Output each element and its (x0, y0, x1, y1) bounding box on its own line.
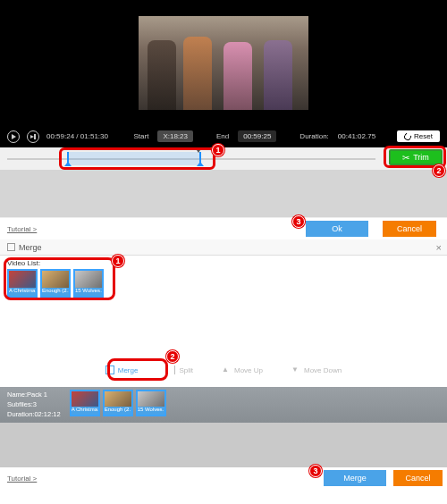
video-preview (0, 0, 447, 125)
move-up-button[interactable]: ▲ Move Up (222, 365, 263, 374)
play-button[interactable] (7, 130, 20, 143)
close-icon[interactable]: × (436, 242, 442, 253)
playback-controls: 00:59:24 / 01:51:30 Start X:18:23 End 00… (0, 125, 447, 147)
tutorial-link[interactable]: Tutorial > (7, 225, 37, 233)
duration-value: 00:41:02.75 (338, 132, 375, 140)
merge-checkbox[interactable] (7, 243, 15, 251)
trim-footer: Tutorial > Ok 3 Cancel (0, 217, 447, 239)
cancel-button[interactable]: Cancel (383, 221, 436, 237)
cancel-button[interactable]: Cancel (393, 470, 443, 486)
annotation-badge-1: 1 (112, 255, 124, 267)
split-icon (166, 365, 175, 374)
pack-info: Name:Pack 1 Subfiles:3 Duration:02:12:12 (7, 390, 61, 420)
video-frame (139, 16, 308, 110)
reset-button[interactable]: Reset (397, 130, 440, 142)
merge-panel-header: Merge × (0, 239, 447, 256)
start-label: Start (134, 132, 149, 140)
annotation-badge-1: 1 (212, 144, 224, 156)
merge-icon (105, 365, 114, 374)
ok-button[interactable]: Ok (306, 221, 368, 237)
tutorial-link[interactable]: Tutorial > (7, 475, 37, 483)
merge-action-button[interactable]: Merge (105, 365, 139, 374)
duration-label: Duration: (299, 132, 328, 140)
step-forward-button[interactable] (27, 130, 39, 143)
annotation-badge-3: 3 (309, 465, 322, 477)
video-thumb[interactable]: Enough (2… (40, 269, 71, 298)
annotation-badge-2: 2 (433, 164, 445, 177)
annotation-badge-2: 2 (166, 350, 179, 363)
pack-thumb[interactable]: A Christma… (70, 390, 100, 416)
time-display: 00:59:24 / 01:51:30 (46, 132, 108, 140)
video-thumb[interactable]: 15 Wolves… (73, 269, 104, 298)
playhead-marker[interactable] (195, 147, 202, 153)
merge-actions: Merge Split ▲ Move Up ▼ Move Down 2 (0, 360, 447, 380)
annotation-badge-3: 3 (292, 215, 305, 228)
pack-row[interactable]: Name:Pack 1 Subfiles:3 Duration:02:12:12… (0, 387, 447, 423)
pack-thumb[interactable]: Enough (2… (103, 390, 133, 416)
split-action-button[interactable]: Split (166, 365, 193, 374)
merge-footer: Tutorial > Merge 3 Cancel (0, 467, 447, 490)
arrow-down-icon: ▼ (291, 365, 300, 374)
selection-range[interactable] (67, 152, 201, 165)
video-list-label: Video List: (7, 259, 440, 267)
start-time-input[interactable]: X:18:23 (157, 130, 193, 142)
video-thumb[interactable]: A Christma… (7, 269, 38, 298)
move-down-button[interactable]: ▼ Move Down (291, 365, 342, 374)
merge-button[interactable]: Merge (324, 470, 386, 486)
trim-button[interactable]: ✂ Trim (389, 149, 443, 165)
scissors-icon: ✂ (402, 153, 409, 163)
pack-thumb[interactable]: 15 Wolves… (136, 390, 166, 416)
timeline[interactable]: 1 ✂ Trim 2 (0, 147, 447, 170)
reset-icon (403, 131, 413, 141)
end-label: End (216, 132, 229, 140)
end-time-input[interactable]: 00:59:25 (238, 130, 276, 142)
merge-title: Merge (19, 243, 42, 252)
arrow-up-icon: ▲ (222, 365, 231, 374)
video-list: Video List: A Christma… Enough (2… 15 Wo… (0, 256, 447, 305)
